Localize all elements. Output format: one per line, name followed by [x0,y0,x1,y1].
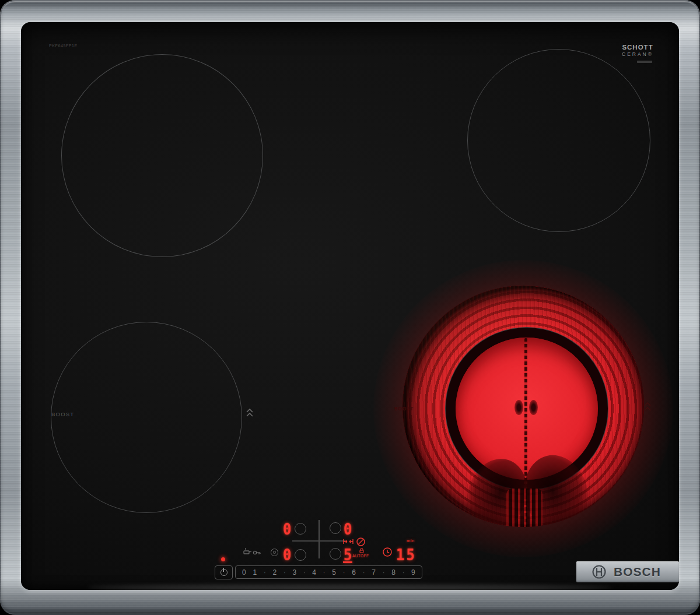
auto-off-label: AUTOFF [352,554,369,558]
panel-cross-horizontal [292,540,345,542]
cooktop: PKF645FP1E SCHOTT CERAN® BOOST BOOST 0 0… [0,0,700,615]
slider-number-9[interactable]: 9 [411,568,415,577]
power-icon [220,569,228,576]
slider-number-3[interactable]: 3 [292,568,296,577]
zone-rear-left [61,54,263,257]
display-front-right: 5 [344,547,352,563]
slider-number-0[interactable]: 0 [242,568,246,577]
boost-label-front-left: BOOST [51,411,74,417]
slider-number-6[interactable]: 6 [352,568,356,577]
lock-icon [359,548,364,553]
dual-zone-chevron-icon [643,400,652,413]
bosch-armature-icon [592,564,607,579]
child-lock-key-icon[interactable] [253,549,261,557]
display-rear-left: 0 [283,522,291,537]
zone-select-front-right[interactable] [330,548,341,560]
slider-number-5[interactable]: 5 [332,568,336,577]
schott-line1: SCHOTT [622,44,653,51]
timer-display: 15 [396,547,416,563]
slider-number-8[interactable]: 8 [391,568,396,577]
zone-select-front-left[interactable] [295,549,306,561]
zone-front-right-hot [402,286,644,527]
selected-zone-underline [343,561,352,563]
slider-dot: · [383,569,385,576]
slider-dot: · [323,569,326,576]
zone-select-rear-left[interactable] [295,523,306,535]
auto-off-icon [356,537,366,547]
slider-number-4[interactable]: 4 [312,568,316,577]
display-rear-right: 0 [344,522,352,537]
schott-line2: CERAN® [622,52,653,57]
element-center-dot [529,400,538,415]
zone-select-rear-right[interactable] [330,522,341,534]
zone-front-left [51,322,242,513]
slider-dot: · [363,569,365,576]
panel-cross-vertical [318,520,320,558]
pan-heat-icon[interactable] [242,546,252,557]
dual-circuit-icon[interactable] [271,549,278,556]
bosch-badge: BOSCH [576,561,679,582]
element-center-dot [514,400,523,415]
timer-clock-icon[interactable] [382,547,393,557]
slider-dot: · [264,569,266,576]
model-label: PKF645FP1E [49,44,78,48]
slider-number-2[interactable]: 2 [272,568,276,577]
slider-dot: · [284,569,286,576]
dual-zone-chevron-icon [245,407,254,419]
slider-number-7[interactable]: 7 [372,568,376,577]
power-button[interactable] [215,565,233,579]
schott-tagline-mark [637,61,652,63]
zone-rear-right [467,49,650,232]
slider-dot: · [343,569,345,576]
bridge-zones-icon [343,539,354,544]
schott-ceran-logo: SCHOTT CERAN® [622,44,653,63]
residual-heat-indicator-dot [221,557,225,561]
display-front-left: 0 [283,547,291,563]
slider-dot: · [303,569,306,576]
slider-number-1[interactable]: 1 [253,568,257,577]
slider-dot: · [402,569,405,576]
boost-label-front-right: BOOST [394,406,414,412]
timer-unit-label: min [407,538,415,543]
power-level-slider[interactable]: 0 1 · 2 · 3 · 4 · 5 · 6 · 7 · 8 · 9 [235,565,422,579]
frame-reflection-glow [88,585,612,591]
bosch-logo-text: BOSCH [614,565,661,579]
element-terminal-column [506,489,542,527]
